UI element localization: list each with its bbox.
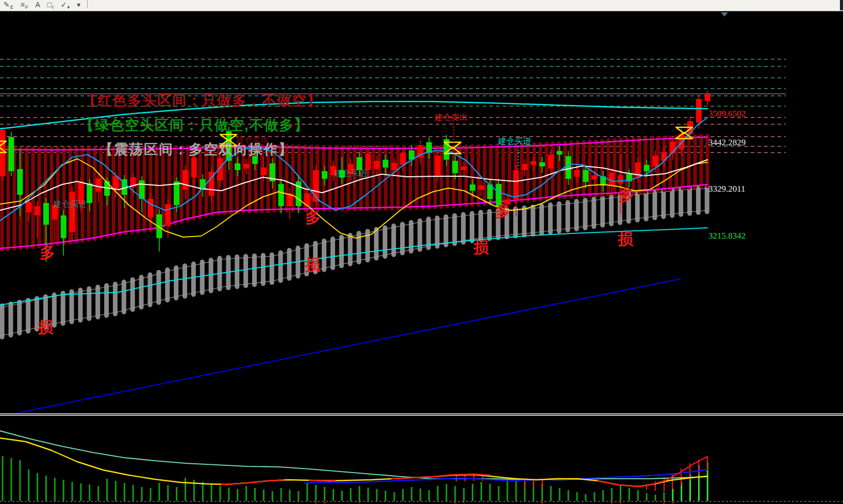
position-marker-stop-7[interactable]: 损 <box>617 230 634 247</box>
position-marker-stop-3[interactable]: 损 <box>304 256 321 273</box>
zone-annotation-2[interactable]: 【震荡区间：多空双向操作】 <box>99 142 293 157</box>
candlestick <box>618 175 623 183</box>
candlestick <box>383 160 388 167</box>
price-label-1: 3442.2829 <box>708 138 746 147</box>
toolbar-icon-group: ✎E≡FA□I✓▾▾ <box>0 0 84 11</box>
position-marker-long-0[interactable]: 多 <box>40 244 55 261</box>
candlestick <box>452 161 458 173</box>
icon-sub-label: ▾ <box>67 4 70 11</box>
candlestick <box>243 164 249 169</box>
dotted-box-icon: □ <box>47 1 52 8</box>
splitter-arrow-icon[interactable] <box>721 12 728 16</box>
candlestick <box>174 181 179 205</box>
candlestick <box>591 175 597 179</box>
candlestick <box>374 161 379 169</box>
candlestick <box>278 184 284 206</box>
candlestick <box>426 142 432 153</box>
sell-signal-label-1[interactable]: 建仓卖出 <box>434 113 468 122</box>
position-marker-stop-1[interactable]: 损 <box>37 318 54 335</box>
candlestick <box>583 170 588 182</box>
candlestick <box>365 154 371 170</box>
candlestick <box>61 215 67 238</box>
icon-sub-label: E <box>10 4 13 11</box>
candlestick <box>478 186 484 190</box>
candlestick <box>566 156 571 179</box>
buy-signal-label-1[interactable]: 建仓买进 <box>334 169 367 177</box>
buy-signal-label-0[interactable]: 建仓买进 <box>53 199 87 208</box>
candlestick <box>391 163 397 170</box>
candlestick <box>548 155 554 169</box>
price-label-3: 3215.8342 <box>708 231 746 241</box>
candlestick <box>235 163 240 170</box>
candlestick <box>557 151 563 155</box>
candlestick <box>435 156 441 175</box>
annotate-pencil-icon: ✎ <box>4 1 10 8</box>
dotted-box-icon[interactable]: □I <box>47 1 54 11</box>
candlestick <box>147 199 153 217</box>
dropdown-arrow-icon: ▾ <box>77 1 80 8</box>
candlestick <box>531 161 536 165</box>
position-marker-stop-5[interactable]: 损 <box>473 239 489 256</box>
annotate-pencil-icon[interactable]: ✎E <box>4 1 13 11</box>
candlestick <box>43 203 49 225</box>
candlestick <box>87 183 92 203</box>
toolbar-right-edge <box>840 0 843 10</box>
candlestick <box>539 162 545 166</box>
candlestick <box>696 99 702 123</box>
icon-sub-label: I <box>52 4 54 11</box>
candlestick <box>705 94 710 101</box>
trading-app-window: ✎E≡FA□I✓▾▾ 【红色多头区间：只做多，不做空】【绿色空头区间：只做空,不… <box>0 0 843 504</box>
candlestick <box>470 184 475 191</box>
dropdown-arrow-icon[interactable]: ▾ <box>77 1 80 11</box>
dotted-lines-icon[interactable]: ≡F <box>21 1 28 11</box>
candlestick <box>70 192 75 232</box>
candlestick <box>522 164 527 170</box>
candlestick <box>653 156 658 166</box>
indicator-blue-line <box>304 469 707 483</box>
indicator-aqua-line <box>0 431 707 480</box>
candlestick <box>8 137 14 171</box>
blue-trend-line <box>21 279 681 412</box>
candlestick-chart-canvas[interactable]: 【红色多头区间：只做多，不做空】【绿色空头区间：只做空,不做多】【震荡区间：多空… <box>0 0 843 504</box>
candlestick <box>513 170 519 200</box>
candlestick <box>400 153 406 165</box>
icon-sub-label: F <box>25 4 28 11</box>
price-label-2: 3329.2011 <box>708 184 746 194</box>
candlestick <box>183 170 188 190</box>
candlestick <box>252 156 258 164</box>
candlestick <box>95 178 101 192</box>
indicator-red-line <box>222 480 284 484</box>
candlestick <box>609 173 615 186</box>
position-marker-long-4[interactable]: 多 <box>495 203 510 220</box>
candlestick <box>113 176 119 189</box>
candlestick <box>461 166 467 170</box>
sell-signal-label-0[interactable]: 建仓卖出 <box>236 135 269 144</box>
text-label-icon[interactable]: A <box>35 1 40 11</box>
check-dropdown-icon[interactable]: ✓▾ <box>61 1 70 11</box>
candlestick <box>35 206 40 215</box>
toolbar-separator <box>87 0 88 8</box>
text-label-icon: A <box>35 1 40 8</box>
candlestick <box>261 167 267 175</box>
zone-annotation-0[interactable]: 【红色多头区间：只做多，不做空】 <box>82 93 322 108</box>
check-dropdown-icon: ✓ <box>61 1 67 8</box>
position-marker-long-6[interactable]: 多 <box>618 187 634 204</box>
zone-annotation-1[interactable]: 【绿色空头区间：只做空,不做多】 <box>80 117 309 133</box>
buy-signal-label-2[interactable]: 建仓买进 <box>498 137 531 145</box>
position-marker-long-2[interactable]: 多 <box>305 209 321 226</box>
drawing-toolbar: ✎E≡FA□I✓▾▾ <box>0 0 843 11</box>
candlestick <box>165 204 171 226</box>
price-label-0: 3509.6502 <box>708 109 746 119</box>
candlestick <box>26 202 31 212</box>
candlestick <box>574 170 580 177</box>
dotted-lines-icon: ≡ <box>21 1 25 8</box>
candlestick <box>17 169 23 195</box>
candlestick <box>644 165 650 171</box>
candlestick <box>191 158 197 177</box>
candlestick <box>322 171 327 179</box>
